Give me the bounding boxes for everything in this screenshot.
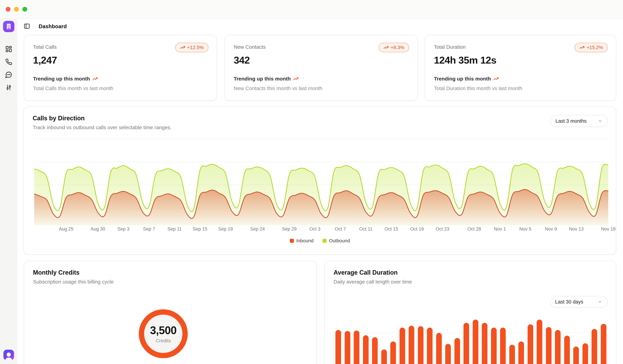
duration-bar	[509, 345, 515, 364]
chart-subtitle: Track inbound vs outbound calls over sel…	[33, 125, 172, 130]
trending-up-icon	[493, 76, 499, 82]
duration-bar	[518, 342, 524, 364]
x-axis: Aug 25Aug 30Sep 3Sep 7Sep 11Sep 15Sep 19…	[34, 226, 608, 233]
legend-item-outbound[interactable]: Outbound	[322, 238, 350, 243]
duration-bar	[427, 328, 433, 364]
duration-bar	[409, 326, 414, 364]
x-axis-label: Sep 7	[143, 226, 155, 232]
x-axis-label: Oct 19	[410, 226, 424, 232]
stat-card-total-duration: Total Duration 124h 35m 12s +15.2% Trend…	[425, 35, 616, 101]
sidebar-nav	[5, 45, 12, 91]
close-window-button[interactable]	[6, 7, 10, 12]
stat-value: 342	[234, 54, 408, 66]
duration-bar	[445, 344, 451, 364]
card-subtitle: Subscription usage this billing cycle	[33, 279, 114, 285]
sidebar-item-dashboard[interactable]	[5, 45, 12, 53]
stat-value: 1,247	[33, 54, 208, 66]
x-axis-label: Nov 18	[601, 226, 616, 232]
card-title: Monthly Credits	[33, 269, 114, 276]
trend-badge: +15.2%	[575, 43, 608, 52]
calls-area-chart[interactable]	[34, 137, 608, 225]
duration-bar	[372, 337, 378, 364]
duration-bar	[601, 324, 606, 364]
stat-value: 124h 35m 12s	[434, 54, 607, 66]
x-axis-label: Aug 25	[59, 226, 73, 232]
chart-title: Calls by Direction	[33, 115, 172, 122]
trending-up-icon	[383, 45, 389, 50]
duration-bar	[473, 320, 478, 364]
x-axis-label: Sep 19	[218, 226, 233, 232]
average-call-duration-card: Average Call Duration Daily average call…	[324, 261, 616, 364]
area-chart-svg	[34, 137, 608, 225]
chat-bubble-icon	[5, 71, 12, 78]
stat-description: Total Calls this month vs last month	[33, 86, 113, 91]
credits-value: 3,500	[150, 324, 177, 337]
monthly-credits-card: Monthly Credits Subscription usage this …	[24, 261, 317, 364]
sidebar-item-calls[interactable]	[5, 59, 12, 65]
window-titlebar	[0, 0, 623, 19]
chevron-down-icon	[598, 300, 602, 304]
x-axis-label: Oct 28	[467, 226, 481, 232]
trending-up-icon	[579, 45, 584, 50]
x-axis-label: Sep 11	[167, 226, 182, 232]
sidebar-item-settings[interactable]	[5, 84, 12, 91]
stat-description: New Contacts this month vs last month	[234, 86, 322, 91]
traffic-lights	[6, 7, 27, 12]
sidebar-toggle-button[interactable]	[23, 23, 30, 30]
duration-bar	[528, 324, 533, 364]
outbound-swatch	[322, 239, 327, 243]
chart-legend: Inbound Outbound	[24, 238, 616, 243]
x-axis-label: Oct 3	[310, 226, 321, 232]
trending-up-icon	[92, 76, 98, 82]
x-axis-label: Sep 15	[193, 226, 207, 232]
x-axis-label: Sep 29	[282, 226, 297, 232]
trend-text: Trending up this month	[234, 76, 291, 82]
credits-unit: Credits	[156, 338, 171, 343]
duration-bar	[537, 320, 542, 364]
x-axis-label: Oct 23	[436, 226, 449, 232]
x-axis-label: Oct 11	[359, 226, 373, 232]
badge-value: +12.5%	[187, 45, 204, 50]
duration-bar	[573, 346, 579, 364]
time-range-value: Last 3 months	[556, 118, 587, 124]
sliders-icon	[5, 84, 12, 91]
duration-bar	[564, 336, 570, 364]
stat-description: Total Duration this month vs last month	[434, 86, 522, 91]
app-logo[interactable]	[3, 21, 14, 32]
x-axis-label: Nov 9	[545, 226, 557, 232]
badge-value: +8.3%	[391, 45, 404, 50]
duration-bar	[363, 335, 369, 364]
duration-bar	[592, 329, 597, 364]
main-content: Dashboard Total Calls 1,247 +12.5% Trend…	[18, 19, 623, 364]
time-range-select[interactable]: Last 30 days	[550, 296, 607, 308]
duration-bar	[335, 330, 341, 364]
user-avatar[interactable]	[3, 350, 14, 360]
calls-by-direction-card: Calls by Direction Track inbound vs outb…	[23, 107, 616, 255]
chevron-down-icon	[598, 119, 603, 123]
user-avatar-icon	[7, 353, 11, 357]
stat-card-total-calls: Total Calls 1,247 +12.5% Trending up thi…	[24, 35, 217, 101]
x-axis-label: Nov 5	[519, 226, 532, 232]
zoom-window-button[interactable]	[22, 7, 27, 12]
stat-card-new-contacts: New Contacts 342 +8.3% Trending up this …	[224, 35, 418, 101]
duration-bar	[381, 349, 387, 364]
duration-bar	[400, 328, 405, 364]
x-axis-label: Sep 3	[117, 226, 130, 232]
card-subtitle: Daily average call length over time	[334, 279, 412, 285]
trend-badge: +8.3%	[379, 43, 409, 52]
sidebar-item-messages[interactable]	[5, 71, 12, 78]
trend-text: Trending up this month	[434, 76, 491, 82]
duration-bar	[491, 328, 497, 364]
duration-bar-chart[interactable]	[335, 317, 606, 364]
time-range-select[interactable]: Last 3 months	[550, 115, 608, 127]
x-axis-label: Nov 13	[569, 226, 584, 232]
inbound-swatch	[290, 239, 294, 243]
x-axis-label: Oct 7	[335, 226, 346, 232]
panel-left-icon	[23, 23, 30, 29]
legend-item-inbound[interactable]: Inbound	[290, 238, 313, 243]
x-axis-label: Sep 24	[250, 226, 265, 232]
phone-icon	[5, 59, 12, 65]
duration-bar	[418, 326, 423, 364]
duration-bar	[436, 333, 442, 364]
minimize-window-button[interactable]	[14, 7, 19, 12]
